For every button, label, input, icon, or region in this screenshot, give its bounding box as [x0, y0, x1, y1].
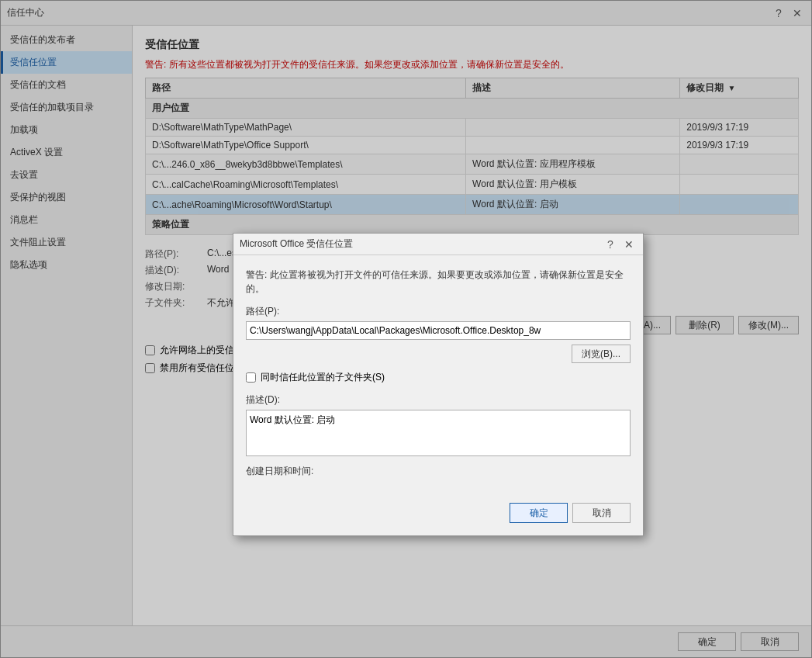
dialog-cancel-button[interactable]: 取消 — [572, 503, 631, 523]
dialog-path-input[interactable] — [246, 321, 631, 340]
dialog-browse-row: 浏览(B)... — [246, 345, 631, 363]
dialog-warning: 警告: 此位置将被视为打开文件的可信任来源。如果要更改或添加位置，请确保新位置是… — [246, 268, 631, 296]
dialog-footer: 确定 取消 — [233, 497, 643, 535]
dialog-title: Microsoft Office 受信任位置 — [240, 237, 353, 251]
dialog-titlebar: Microsoft Office 受信任位置 ? ✕ — [233, 234, 643, 255]
dialog-subfolder-row: 同时信任此位置的子文件夹(S) — [246, 371, 631, 384]
dialog-close-button[interactable]: ✕ — [621, 237, 637, 252]
dialog-body: 警告: 此位置将被视为打开文件的可信任来源。如果要更改或添加位置，请确保新位置是… — [233, 255, 643, 497]
dialog-desc-textarea[interactable]: Word 默认位置: 启动 — [246, 410, 631, 456]
dialog: Microsoft Office 受信任位置 ? ✕ 警告: 此位置将被视为打开… — [233, 233, 644, 536]
dialog-date-label: 创建日期和时间: — [246, 465, 631, 478]
browse-button[interactable]: 浏览(B)... — [572, 345, 631, 363]
dialog-subfolder-label: 同时信任此位置的子文件夹(S) — [261, 371, 385, 384]
dialog-path-label: 路径(P): — [246, 305, 631, 318]
dialog-desc-label: 描述(D): — [246, 393, 631, 407]
dialog-ok-button[interactable]: 确定 — [510, 503, 568, 523]
dialog-help-button[interactable]: ? — [603, 237, 618, 252]
dialog-overlay: Microsoft Office 受信任位置 ? ✕ 警告: 此位置将被视为打开… — [0, 0, 812, 658]
dialog-controls: ? ✕ — [603, 237, 637, 252]
dialog-subfolder-checkbox[interactable] — [246, 372, 256, 383]
